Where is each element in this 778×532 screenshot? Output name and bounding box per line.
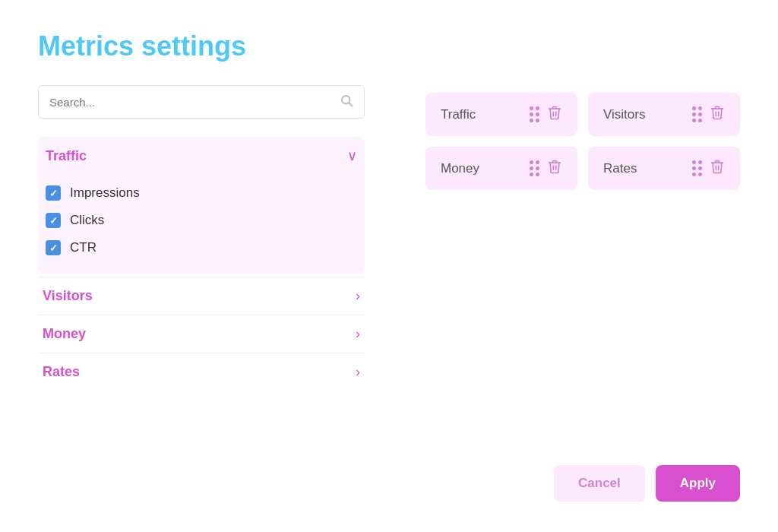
page-title: Metrics settings [38, 30, 740, 62]
category-label-rates: Rates [43, 364, 80, 380]
metric-name-visitors: Visitors [603, 107, 645, 122]
search-box [38, 85, 365, 119]
metric-actions-rates [692, 159, 725, 178]
search-icon [340, 93, 353, 110]
metric-actions-money [530, 159, 562, 178]
drag-icon-rates[interactable] [692, 160, 702, 176]
metric-grid: Traffic [425, 93, 740, 190]
category-label-visitors: Visitors [43, 288, 93, 304]
right-panel: Traffic [425, 85, 740, 450]
category-label-money: Money [43, 326, 86, 342]
search-input[interactable] [49, 96, 340, 109]
check-item-clicks[interactable]: Clicks [46, 207, 357, 234]
metric-actions-traffic [530, 105, 562, 124]
metric-card-money: Money [425, 147, 577, 190]
chevron-right-icon-rates: › [356, 364, 360, 380]
label-impressions: Impressions [70, 185, 140, 201]
drag-icon-traffic[interactable] [530, 106, 539, 122]
drag-icon-visitors[interactable] [692, 106, 702, 122]
metric-card-visitors: Visitors [588, 93, 740, 136]
drag-icon-money[interactable] [530, 160, 539, 176]
category-row-traffic[interactable]: Traffic ∨ [38, 137, 365, 175]
chevron-down-icon: ∨ [347, 147, 357, 164]
trash-icon-rates[interactable] [710, 159, 725, 178]
category-label-traffic: Traffic [46, 148, 87, 164]
metric-actions-visitors [692, 105, 725, 124]
metric-name-rates: Rates [603, 161, 637, 176]
check-item-ctr[interactable]: CTR [46, 234, 357, 261]
svg-line-1 [349, 103, 352, 106]
trash-icon-visitors[interactable] [710, 105, 725, 124]
category-row-rates[interactable]: Rates › [38, 353, 365, 391]
category-row-visitors[interactable]: Visitors › [38, 277, 365, 315]
left-panel: Traffic ∨ Impressions Clicks CTR [38, 85, 365, 450]
metric-name-traffic: Traffic [441, 107, 476, 122]
checkbox-clicks[interactable] [46, 213, 61, 228]
trash-icon-money[interactable] [547, 159, 562, 178]
cancel-button[interactable]: Cancel [554, 465, 645, 502]
metric-card-rates: Rates [588, 147, 740, 190]
label-clicks: Clicks [70, 213, 104, 228]
chevron-right-icon-money: › [356, 326, 360, 342]
chevron-right-icon: › [356, 288, 360, 304]
traffic-items: Impressions Clicks CTR [38, 175, 365, 274]
trash-icon-traffic[interactable] [547, 105, 562, 124]
category-row-money[interactable]: Money › [38, 315, 365, 353]
metric-name-money: Money [441, 161, 479, 176]
metric-card-traffic: Traffic [425, 93, 577, 136]
checkbox-impressions[interactable] [46, 185, 61, 201]
apply-button[interactable]: Apply [656, 465, 740, 502]
check-item-impressions[interactable]: Impressions [46, 179, 357, 207]
label-ctr: CTR [70, 240, 96, 255]
bottom-bar: Cancel Apply [38, 450, 740, 502]
checkbox-ctr[interactable] [46, 240, 61, 255]
category-traffic-expanded: Traffic ∨ Impressions Clicks CTR [38, 137, 365, 274]
